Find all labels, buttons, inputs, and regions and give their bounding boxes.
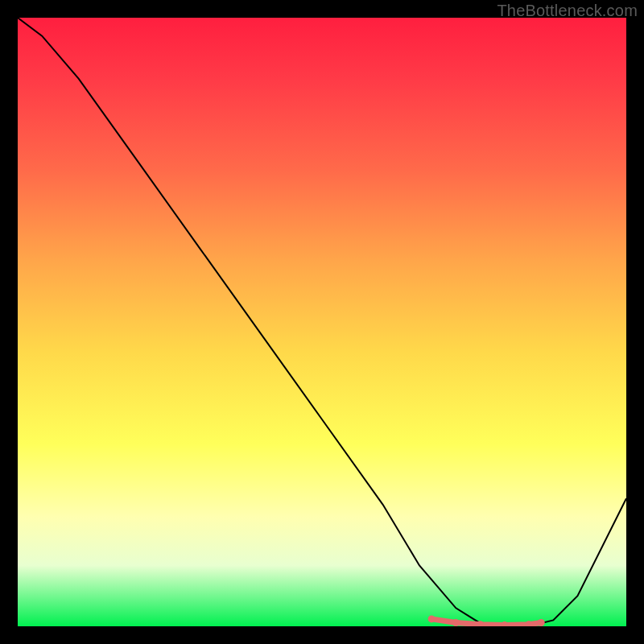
curve-line [18,18,626,626]
svg-point-5 [538,619,545,626]
svg-point-0 [428,615,436,622]
svg-point-3 [501,621,508,626]
svg-point-1 [452,619,460,626]
watermark-text: TheBottleneck.com [497,2,638,20]
marker-group [428,615,545,626]
chart-svg [18,18,626,626]
